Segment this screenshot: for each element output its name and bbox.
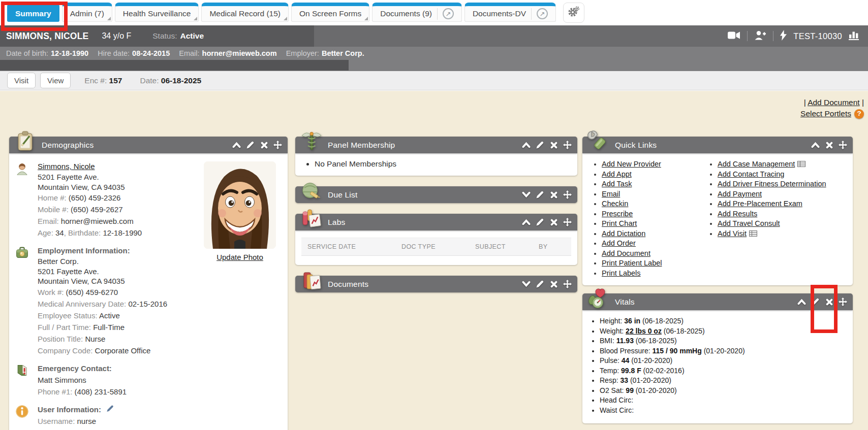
edit-icon[interactable] [246, 141, 255, 149]
expand-icon[interactable] [522, 280, 531, 288]
edit-icon[interactable] [536, 218, 544, 226]
video-camera-icon[interactable] [728, 31, 740, 42]
add-person-icon[interactable] [754, 30, 766, 42]
quick-link[interactable]: Add Order [602, 239, 636, 247]
close-icon[interactable] [549, 191, 558, 199]
add-document-link[interactable]: Add Document [808, 98, 860, 107]
detail-label: Hire date: [98, 49, 130, 57]
field-value: Full-Time [93, 323, 125, 332]
move-icon[interactable] [563, 191, 572, 199]
edit-icon[interactable] [536, 141, 544, 149]
vitals-icon [587, 287, 610, 309]
lightning-bolt-icon[interactable] [780, 30, 787, 43]
quick-link[interactable]: Add Task [602, 180, 632, 188]
tab-health-surveillance[interactable]: Health Surveillance [115, 3, 199, 22]
field-value: (408) 231-5891 [75, 387, 127, 396]
quick-link[interactable]: Checkin [602, 200, 628, 208]
quick-link[interactable]: Add Driver Fitness Determination [718, 180, 826, 188]
divider-text: | [862, 98, 864, 107]
detail-value: horner@mieweb.com [202, 49, 277, 57]
patient-header-scroll-track[interactable] [0, 60, 349, 71]
column-middle: Panel Membership No Panel Memberships Du… [295, 91, 577, 430]
tab-medical-record-15-[interactable]: Medical Record (15) [201, 3, 289, 22]
quick-link-item: Add Payment [718, 189, 849, 200]
collapse-icon[interactable] [522, 141, 531, 149]
open-in-new-icon[interactable]: ↗ [443, 8, 454, 19]
detail-label: Email: [179, 49, 199, 57]
tab-documents-9-[interactable]: Documents (9)↗ [372, 3, 462, 22]
tab-settings-button[interactable] [563, 3, 584, 23]
vital-value: 99 [626, 386, 634, 394]
portlet-controls [522, 280, 577, 288]
quick-link[interactable]: Add New Provider [602, 160, 661, 168]
quick-link[interactable]: Print Patient Label [602, 259, 662, 267]
bar-chart-icon[interactable] [849, 30, 861, 42]
quick-link-item: Add Order [602, 239, 709, 249]
quick-link[interactable]: Add Payment [718, 190, 762, 198]
quick-link[interactable]: Add Visit [718, 229, 747, 238]
vital-value-link[interactable]: 22 lbs 0 oz [626, 327, 662, 335]
close-icon[interactable] [549, 280, 558, 288]
vital-date: (01-20-2020) [634, 386, 677, 394]
briefcase-icon [15, 245, 38, 356]
update-photo-link[interactable]: Update Photo [216, 253, 263, 261]
edit-icon[interactable] [536, 280, 544, 288]
select-portlets-link[interactable]: Select Portlets [800, 108, 851, 119]
quick-link[interactable]: Add Contact Tracing [718, 170, 784, 178]
lab-vials-icon [300, 207, 323, 229]
edit-icon[interactable] [536, 191, 544, 199]
quick-link[interactable]: Add Document [602, 249, 650, 257]
help-icon[interactable]: ? [854, 109, 864, 119]
close-icon[interactable] [825, 298, 833, 306]
vital-date: (02-02-2016) [641, 367, 685, 375]
close-icon[interactable] [825, 141, 833, 149]
move-icon[interactable] [839, 298, 847, 306]
quick-link[interactable]: Add Results [718, 210, 757, 218]
tab-admin-7-[interactable]: Admin (7) [62, 3, 112, 22]
visit-button[interactable]: Visit [7, 73, 36, 88]
close-icon[interactable] [549, 141, 558, 149]
quick-link[interactable]: Add Case Management [718, 160, 795, 168]
portlet-quick-links: Quick Links Add New ProviderAdd ApptAdd … [582, 137, 853, 285]
edit-icon[interactable] [811, 298, 820, 306]
portlet-title: Panel Membership [328, 141, 395, 150]
vital-label: Blood Pressure: [600, 347, 653, 355]
quick-link[interactable]: Print Labels [602, 269, 641, 277]
tab-on-screen-forms[interactable]: On Screen Forms [291, 3, 369, 22]
contact-field: Email: horner@mieweb.com [38, 215, 196, 227]
open-in-new-icon[interactable]: ↗ [537, 8, 548, 19]
vital-item: Resp: 33 (01-20-2020) [600, 376, 849, 386]
move-icon[interactable] [273, 141, 282, 149]
quick-link[interactable]: Add Pre-Placement Exam [718, 200, 802, 208]
collapse-icon[interactable] [522, 218, 531, 226]
field-label: Medical Anniversary Date: [38, 300, 128, 308]
edit-pencil-icon[interactable] [106, 405, 114, 414]
collapse-icon[interactable] [232, 141, 241, 149]
quick-link[interactable]: Prescribe [602, 210, 633, 218]
field-label: Age: [38, 228, 55, 237]
view-button[interactable]: View [40, 73, 71, 88]
webchart-summary-screen: SummaryAdmin (7)Health SurveillanceMedic… [0, 0, 868, 430]
quick-link[interactable]: Print Chart [602, 219, 637, 227]
move-icon[interactable] [563, 141, 572, 149]
patient-name-link[interactable]: Simmons, Nicole [38, 162, 95, 171]
move-icon[interactable] [839, 141, 847, 149]
tab-summary[interactable]: Summary [7, 3, 59, 22]
quick-link[interactable]: Add Dictation [602, 229, 645, 238]
table-list-icon [795, 160, 805, 168]
quick-link[interactable]: Email [602, 190, 620, 198]
quick-link[interactable]: Add Travel Consult [718, 219, 780, 227]
move-icon[interactable] [563, 218, 572, 226]
tab-documents-dv[interactable]: Documents-DV↗ [464, 3, 556, 22]
caduceus-icon [300, 130, 323, 152]
close-icon[interactable] [549, 218, 558, 226]
expand-icon[interactable] [522, 191, 531, 199]
collapse-icon[interactable] [797, 298, 806, 306]
collapse-icon[interactable] [811, 141, 820, 149]
field-label: Company Code: [38, 346, 95, 355]
portlet-due-list-header: Due List [295, 186, 577, 203]
quick-link[interactable]: Add Appt [602, 170, 632, 178]
encounter-date: Date: 06-18-2025 [140, 76, 201, 85]
close-icon[interactable] [260, 141, 268, 149]
move-icon[interactable] [563, 280, 572, 288]
